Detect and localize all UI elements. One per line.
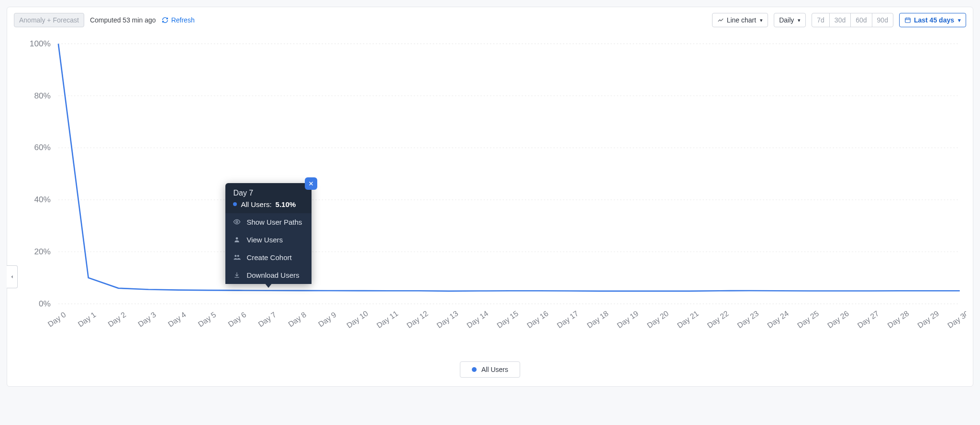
svg-text:Day 20: Day 20 (646, 309, 670, 330)
svg-point-52 (237, 255, 239, 257)
svg-text:Day 10: Day 10 (345, 309, 369, 330)
interval-select[interactable]: Daily ▾ (774, 13, 806, 27)
svg-text:Day 22: Day 22 (706, 309, 730, 330)
svg-text:Day 29: Day 29 (916, 309, 940, 330)
svg-text:Day 30: Day 30 (946, 309, 966, 330)
date-range-label: Last 45 days (914, 16, 954, 24)
tooltip-menu-item[interactable]: Show User Paths (225, 213, 312, 231)
svg-text:Day 4: Day 4 (167, 310, 188, 328)
side-expand-tab[interactable] (7, 265, 18, 288)
svg-text:Day 11: Day 11 (375, 309, 400, 330)
svg-text:60%: 60% (34, 142, 51, 152)
legend-dot (472, 367, 477, 372)
svg-point-51 (235, 255, 237, 257)
svg-text:100%: 100% (30, 39, 51, 48)
legend-item-all-users[interactable]: All Users (460, 361, 520, 378)
chart-legend: All Users (14, 361, 966, 378)
svg-rect-0 (905, 18, 911, 22)
refresh-label: Refresh (171, 16, 195, 24)
svg-text:Day 6: Day 6 (227, 310, 248, 328)
tooltip-menu: Show User PathsView UsersCreate CohortDo… (225, 213, 312, 284)
range-30d-button[interactable]: 30d (829, 13, 851, 27)
computed-time-label: Computed 53 min ago (90, 16, 156, 24)
svg-point-49 (236, 221, 238, 223)
line-chart-icon (717, 17, 724, 23)
svg-text:Day 1: Day 1 (77, 310, 98, 328)
svg-point-50 (236, 238, 238, 240)
svg-text:Day 17: Day 17 (556, 309, 580, 330)
chart-panel: Anomaly + Forecast Computed 53 min ago R… (7, 7, 973, 387)
svg-text:Day 28: Day 28 (886, 309, 910, 330)
range-7d-button[interactable]: 7d (812, 13, 830, 27)
refresh-icon (162, 17, 168, 23)
tooltip-close-button[interactable] (305, 177, 317, 190)
chevron-down-icon: ▾ (958, 17, 961, 23)
quick-range-group: 7d 30d 60d 90d (812, 13, 893, 27)
svg-text:Day 3: Day 3 (136, 310, 157, 328)
interval-label: Daily (779, 16, 794, 24)
svg-text:Day 9: Day 9 (317, 310, 338, 328)
chevron-left-icon (10, 273, 14, 280)
tooltip-menu-item[interactable]: View Users (225, 231, 312, 249)
close-icon (308, 181, 314, 186)
svg-text:80%: 80% (34, 91, 51, 100)
chart-toolbar: Anomaly + Forecast Computed 53 min ago R… (14, 13, 966, 27)
datapoint-tooltip: Day 7 All Users: 5.10% Show User PathsVi… (225, 183, 312, 284)
svg-text:Day 12: Day 12 (405, 309, 430, 330)
chart-type-label: Line chart (727, 16, 756, 24)
svg-text:Day 19: Day 19 (615, 309, 640, 330)
svg-text:Day 7: Day 7 (256, 310, 278, 328)
refresh-button[interactable]: Refresh (162, 16, 195, 24)
tooltip-series-dot (233, 202, 237, 206)
chart-type-select[interactable]: Line chart ▾ (712, 13, 768, 27)
download-icon (233, 272, 241, 278)
chart-area: 0%20%40%60%80%100%Day 0Day 1Day 2Day 3Da… (14, 31, 966, 348)
tooltip-value: 5.10% (276, 200, 296, 208)
svg-text:Day 23: Day 23 (735, 309, 760, 330)
tooltip-menu-item[interactable]: Download Users (225, 266, 312, 284)
eye-icon (233, 218, 241, 226)
tooltip-menu-item[interactable]: Create Cohort (225, 249, 312, 266)
range-60d-button[interactable]: 60d (850, 13, 872, 27)
svg-text:Day 21: Day 21 (676, 309, 700, 330)
svg-text:Day 13: Day 13 (435, 309, 460, 330)
svg-text:20%: 20% (34, 247, 51, 256)
svg-text:40%: 40% (34, 195, 51, 204)
svg-text:Day 0: Day 0 (46, 310, 67, 328)
svg-text:Day 25: Day 25 (796, 309, 820, 330)
legend-label: All Users (481, 366, 508, 373)
tooltip-arrow (265, 283, 272, 288)
svg-text:Day 24: Day 24 (766, 309, 790, 330)
range-90d-button[interactable]: 90d (872, 13, 893, 27)
svg-text:Day 26: Day 26 (826, 309, 850, 330)
svg-text:Day 16: Day 16 (525, 309, 550, 330)
svg-text:0%: 0% (39, 299, 51, 308)
svg-text:Day 14: Day 14 (465, 309, 490, 330)
date-range-picker[interactable]: Last 45 days ▾ (899, 13, 966, 27)
tooltip-title: Day 7 (233, 189, 304, 197)
chevron-down-icon: ▾ (798, 17, 801, 23)
svg-text:Day 27: Day 27 (856, 309, 880, 330)
people-icon (233, 253, 241, 261)
retention-line-chart[interactable]: 0%20%40%60%80%100%Day 0Day 1Day 2Day 3Da… (14, 31, 966, 348)
calendar-icon (904, 17, 911, 23)
svg-text:Day 18: Day 18 (586, 309, 610, 330)
svg-text:Day 15: Day 15 (495, 309, 520, 330)
svg-text:Day 2: Day 2 (106, 310, 127, 328)
svg-text:Day 8: Day 8 (287, 310, 308, 328)
tooltip-series-label: All Users: (241, 200, 271, 208)
user-icon (233, 236, 241, 243)
chevron-down-icon: ▾ (760, 17, 763, 23)
svg-text:Day 5: Day 5 (197, 310, 218, 328)
anomaly-forecast-button[interactable]: Anomaly + Forecast (14, 13, 84, 27)
